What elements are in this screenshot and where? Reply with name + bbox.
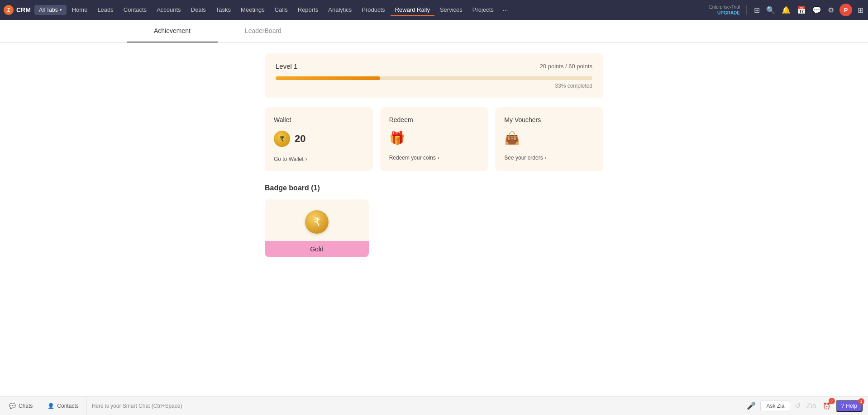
gift-icon: 🎁 (389, 131, 479, 146)
contacts-button[interactable]: 👤 Contacts (40, 396, 86, 415)
tab-leaderboard[interactable]: LeaderBoard (218, 20, 309, 42)
level-card: Level 1 20 points / 60 points 33% comple… (265, 53, 603, 98)
redeem-card: Redeem 🎁 Redeem your coins › (380, 107, 488, 171)
avatar[interactable]: P (839, 4, 852, 16)
progress-bar-background (276, 76, 592, 80)
redeem-card-title: Redeem (389, 116, 479, 123)
nav-divider (746, 5, 747, 14)
help-icon: ? (841, 403, 844, 409)
progress-bar-fill (276, 76, 380, 80)
settings-icon[interactable]: ⚙ (827, 5, 835, 15)
chevron-down-icon: ▾ (60, 8, 62, 12)
nav-item-meetings[interactable]: Meetings (236, 5, 269, 16)
nav-item-projects[interactable]: Projects (468, 5, 498, 16)
nav-item-home[interactable]: Home (67, 5, 92, 16)
crm-logo: Z CRM (4, 5, 31, 15)
badge-image-area: ₹ (265, 199, 369, 241)
search-icon[interactable]: 🔍 (765, 5, 776, 15)
nav-item-products[interactable]: Products (357, 5, 389, 16)
vouchers-card: My Vouchers 👜 See your orders › (495, 107, 603, 171)
progress-label: 33% completed (276, 83, 592, 89)
help-icon-container: ? Help 1 (836, 400, 863, 412)
badge-card: ₹ Gold (265, 199, 369, 257)
chat-icon[interactable]: 💬 (811, 5, 822, 15)
upgrade-link[interactable]: UPGRADE (709, 10, 740, 16)
nav-item-contacts[interactable]: Contacts (119, 5, 151, 16)
crm-logo-text: CRM (16, 6, 31, 14)
tab-achievement[interactable]: Achievement (127, 20, 218, 42)
nav-item-analytics[interactable]: Analytics (324, 5, 356, 16)
alarm-icon[interactable]: ⏰ 2 (821, 401, 832, 411)
bottom-right-section: 🎤 Ask Zia ↺ Zia ⏰ 2 ? Help 1 (746, 400, 863, 412)
all-tabs-button[interactable]: All Tabs ▾ (34, 5, 67, 15)
nav-item-tasks[interactable]: Tasks (211, 5, 235, 16)
page-tabs: Achievement LeaderBoard (0, 20, 868, 42)
nav-item-reports[interactable]: Reports (293, 5, 323, 16)
create-icon[interactable]: ⊞ (753, 5, 761, 15)
chevron-right-icon: › (545, 155, 547, 161)
alarm-badge: 2 (829, 398, 835, 404)
nav-right-section: Enterprise-Trial UPGRADE ⊞ 🔍 🔔 📅 💬 ⚙ P ⊞ (709, 4, 864, 16)
badge-label: Gold (265, 241, 369, 257)
voucher-icon: 👜 (504, 131, 594, 146)
top-navigation: Z CRM All Tabs ▾ Home Leads Contacts Acc… (0, 0, 868, 20)
nav-item-services[interactable]: Services (435, 5, 467, 16)
wallet-icon-row: ₹ 20 (274, 131, 364, 147)
vouchers-link[interactable]: See your orders › (504, 155, 594, 161)
chevron-right-icon: › (305, 156, 307, 162)
nav-more-button[interactable]: ··· (499, 5, 512, 15)
wallet-link[interactable]: Go to Wallet › (274, 156, 364, 162)
wallet-card-title: Wallet (274, 116, 364, 123)
notification-icon[interactable]: 🔔 (781, 5, 792, 15)
page-content: Level 1 20 points / 60 points 33% comple… (258, 53, 610, 257)
wallet-count: 20 (295, 133, 305, 145)
cards-row: Wallet ₹ 20 Go to Wallet › Redeem 🎁 Rede… (265, 107, 603, 171)
badge-coin-icon: ₹ (305, 210, 329, 234)
level-points: 20 points / 60 points (540, 63, 592, 70)
vouchers-card-title: My Vouchers (504, 116, 594, 123)
badge-board-title: Badge board (1) (265, 184, 603, 192)
level-card-header: Level 1 20 points / 60 points (276, 62, 592, 70)
redeem-link[interactable]: Redeem your coins › (389, 155, 479, 161)
chevron-right-icon: › (438, 155, 439, 161)
help-badge: 1 (858, 398, 864, 405)
bottom-bar: 💬 Chats 👤 Contacts Here is your Smart Ch… (0, 396, 868, 415)
ask-zia-button[interactable]: Ask Zia (760, 401, 790, 411)
zia-icon[interactable]: Zia (805, 401, 817, 411)
nav-item-deals[interactable]: Deals (186, 5, 210, 16)
nav-item-accounts[interactable]: Accounts (152, 5, 185, 16)
level-title: Level 1 (276, 62, 297, 70)
microphone-icon[interactable]: 🎤 (746, 401, 757, 411)
chats-button[interactable]: 💬 Chats (5, 396, 40, 415)
coin-icon: ₹ (274, 131, 290, 147)
nav-item-reward-rally[interactable]: Reward Rally (391, 5, 434, 16)
refresh-icon[interactable]: ↺ (794, 401, 801, 411)
smart-chat-placeholder[interactable]: Here is your Smart Chat (Ctrl+Space) (86, 403, 746, 409)
nav-item-calls[interactable]: Calls (270, 5, 292, 16)
chat-bubble-icon: 💬 (9, 403, 16, 409)
contacts-icon: 👤 (48, 403, 54, 409)
enterprise-label: Enterprise-Trial UPGRADE (709, 4, 740, 16)
wallet-card: Wallet ₹ 20 Go to Wallet › (265, 107, 373, 171)
apps-icon[interactable]: ⊞ (857, 5, 864, 15)
nav-item-leads[interactable]: Leads (93, 5, 118, 16)
main-content: Achievement LeaderBoard Level 1 20 point… (0, 20, 868, 396)
calendar-icon[interactable]: 📅 (796, 5, 807, 15)
crm-logo-icon: Z (4, 5, 14, 15)
